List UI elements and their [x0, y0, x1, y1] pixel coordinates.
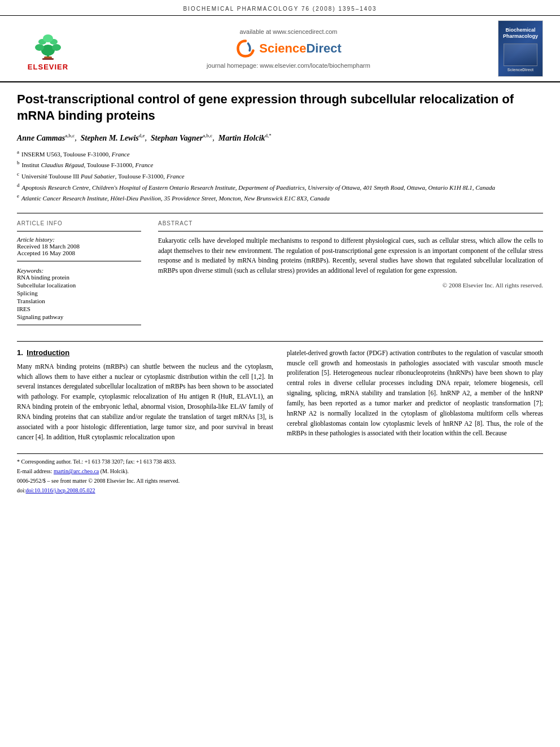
- journal-cover-title: BiochemicalPharmacology ScienceDirect: [498, 23, 542, 75]
- affiliation-e: e Atlantic Cancer Research Institute, Hô…: [17, 194, 543, 204]
- author-holcik: Martin Holcik: [218, 134, 265, 142]
- journal-header: BIOCHEMICAL PHARMACOLOGY 76 (2008) 1395–…: [0, 0, 560, 16]
- article-title: Post-transcriptional control of gene exp…: [17, 91, 543, 124]
- journal-cover: BiochemicalPharmacology ScienceDirect: [498, 20, 543, 77]
- received-date: Received 18 March 2008: [17, 243, 141, 250]
- keyword-1: RNA binding protein: [17, 274, 141, 281]
- abstract-section: ABSTRACT Eukaryotic cells have developed…: [158, 220, 543, 330]
- author-cammas: Anne Cammas: [17, 134, 65, 142]
- main-content: Post-transcriptional control of gene exp…: [0, 82, 560, 505]
- affil-sup-4: d,*: [265, 133, 272, 138]
- body-divider: [17, 341, 543, 342]
- abstract-label: ABSTRACT: [158, 220, 543, 226]
- elsevier-logo: ELSEVIER: [17, 26, 79, 71]
- author-lewis: Stephen M. Lewis: [81, 134, 139, 142]
- article-info-panel: ARTICLE INFO Article history: Received 1…: [17, 220, 141, 330]
- accepted-date: Accepted 16 May 2008: [17, 250, 141, 256]
- left-body-text: Many mRNA binding proteins (mRBPs) can s…: [17, 362, 273, 443]
- journal-header-text: BIOCHEMICAL PHARMACOLOGY 76 (2008) 1395–…: [183, 6, 377, 12]
- affiliation-a: a INSERM U563, Toulouse F-31000, France: [17, 150, 543, 160]
- sciencedirect-logo: ScienceDirect: [79, 38, 498, 59]
- svg-point-6: [43, 34, 53, 42]
- abstract-text: Eukaryotic cells have developed multiple…: [158, 236, 543, 276]
- keyword-4: Translation: [17, 298, 141, 304]
- affiliation-b: b Institut Claudius Régaud, Toulouse F-3…: [17, 160, 543, 171]
- author-vagner: Stephan Vagner: [151, 134, 203, 142]
- page: BIOCHEMICAL PHARMACOLOGY 76 (2008) 1395–…: [0, 0, 560, 747]
- footer-rights: 0006-2952/$ – see front matter © 2008 El…: [17, 477, 543, 485]
- section-number: 1.: [17, 348, 23, 357]
- section-heading: 1. Introduction: [17, 348, 273, 357]
- svg-point-3: [52, 44, 61, 51]
- info-abstract-row: ARTICLE INFO Article history: Received 1…: [17, 220, 543, 330]
- sciencedirect-icon: [235, 38, 256, 59]
- keywords-label: Keywords:: [17, 267, 141, 274]
- section-divider: [17, 213, 543, 213]
- authors: Anne Cammasa,b,c, Stephen M. Lewisd,e, S…: [17, 133, 543, 143]
- keywords-section: Keywords: RNA binding protein Subcellula…: [17, 267, 141, 320]
- footer-doi-link[interactable]: doi:10.1016/j.bcp.2008.05.022: [26, 487, 95, 493]
- footer-email: E-mail address: martin@arc.cheo.ca (M. H…: [17, 467, 543, 475]
- banner-row: ELSEVIER available at www.sciencedirect.…: [0, 16, 560, 82]
- available-text: available at www.sciencedirect.com: [79, 28, 498, 35]
- banner-center: available at www.sciencedirect.com Scien…: [79, 28, 498, 69]
- right-body-text: platelet-derived growth factor (PDGF) ac…: [287, 348, 543, 439]
- keyword-2: Subcellular localization: [17, 282, 141, 289]
- article-info-label: ARTICLE INFO: [17, 220, 141, 226]
- elsevier-label: ELSEVIER: [28, 63, 68, 71]
- body-columns: 1. Introduction Many mRNA binding protei…: [17, 348, 543, 443]
- affil-sup-3: a,b,c: [203, 133, 212, 138]
- footer-doi: doi:doi:10.1016/j.bcp.2008.05.022: [17, 486, 543, 495]
- elsevier-tree-icon: [28, 30, 68, 62]
- svg-rect-8: [42, 58, 54, 60]
- affiliations: a INSERM U563, Toulouse F-31000, France …: [17, 150, 543, 204]
- keyword-3: Splicing: [17, 290, 141, 296]
- history-label-row: Article history: Received 18 March 2008 …: [17, 236, 141, 256]
- footer-notes: * Corresponding author. Tel.: +1 613 738…: [17, 453, 543, 495]
- abstract-divider: [158, 231, 543, 231]
- right-body-column: platelet-derived growth factor (PDGF) ac…: [287, 348, 543, 443]
- footer-email-link[interactable]: martin@arc.cheo.ca: [54, 468, 99, 474]
- affiliation-d: d Apoptosis Research Centre, Children's …: [17, 183, 543, 193]
- journal-url: journal homepage: www.elsevier.com/locat…: [79, 62, 498, 69]
- footer-corresponding: * Corresponding author. Tel.: +1 613 738…: [17, 457, 543, 466]
- svg-point-2: [35, 44, 44, 51]
- affil-sup-1: a,b,c: [65, 133, 75, 138]
- left-body-column: 1. Introduction Many mRNA binding protei…: [17, 348, 273, 443]
- keyword-5: IRES: [17, 305, 141, 312]
- info-divider-bot: [17, 325, 141, 325]
- affil-sup-2: d,e: [139, 133, 145, 138]
- info-divider-top: [17, 231, 141, 231]
- sciencedirect-text: ScienceDirect: [259, 41, 342, 56]
- keyword-6: Signaling pathway: [17, 313, 141, 320]
- history-label: Article history:: [17, 236, 141, 243]
- affiliation-c: c Université Toulouse III Paul Sabatier,…: [17, 172, 543, 182]
- info-divider-mid: [17, 261, 141, 261]
- section-title: Introduction: [27, 348, 69, 357]
- copyright-line: © 2008 Elsevier Inc. All rights reserved…: [158, 282, 543, 289]
